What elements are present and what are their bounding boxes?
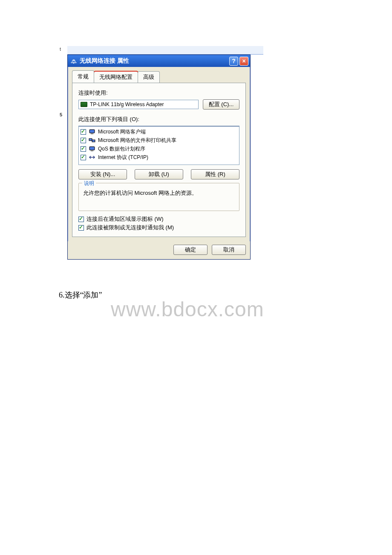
svg-rect-10: [91, 150, 93, 151]
close-button[interactable]: ×: [239, 57, 248, 66]
checkbox-icon[interactable]: [78, 225, 84, 231]
adapter-field[interactable]: TP-LINK 11b/g Wireless Adapter: [78, 100, 199, 109]
checkbox-icon[interactable]: [81, 155, 86, 160]
svg-point-0: [73, 63, 74, 64]
description-text: 允许您的计算机访问 Microsoft 网络上的资源。: [83, 189, 235, 206]
show-icon-row[interactable]: 连接后在通知区域显示图标 (W): [78, 215, 239, 223]
tab-wireless-config[interactable]: 无线网络配置: [94, 71, 138, 83]
uninstall-button[interactable]: 卸载 (U): [135, 169, 183, 179]
list-item[interactable]: Microsoft 网络客户端: [81, 127, 237, 136]
checkbox-icon[interactable]: [81, 146, 86, 152]
protocol-icon: [89, 154, 95, 161]
tab-strip: 常规 无线网络配置 高级: [68, 67, 250, 83]
show-icon-label: 连接后在通知区域显示图标 (W): [86, 215, 164, 223]
cropped-left-text: t 5: [60, 46, 68, 268]
svg-rect-3: [91, 133, 93, 134]
nic-icon: [81, 102, 87, 107]
help-button[interactable]: ?: [229, 57, 238, 66]
tab-advanced[interactable]: 高级: [138, 71, 160, 83]
adapter-name: TP-LINK 11b/g Wireless Adapter: [90, 101, 164, 107]
titlebar[interactable]: 无线网络连接 属性 ? ×: [68, 55, 250, 67]
list-item[interactable]: Internet 协议 (TCP/IP): [81, 153, 237, 162]
tab-general[interactable]: 常规: [72, 70, 94, 83]
window-title: 无线网络连接 属性: [80, 57, 228, 65]
checkbox-icon[interactable]: [78, 217, 84, 222]
svg-rect-6: [89, 139, 92, 140]
list-item-label: QoS 数据包计划程序: [98, 145, 145, 153]
configure-button[interactable]: 配置 (C)...: [203, 99, 239, 110]
description-group: 说明 允许您的计算机访问 Microsoft 网络上的资源。: [78, 183, 239, 211]
list-item-label: Internet 协议 (TCP/IP): [98, 154, 148, 161]
client-icon: [89, 128, 95, 135]
watermark-text: www.bdocx.com: [111, 298, 264, 321]
connection-icon: [70, 58, 77, 64]
description-title: 说明: [82, 180, 96, 187]
svg-rect-7: [92, 140, 95, 142]
dialog-button-row: 确定 取消: [68, 241, 250, 259]
notify-limited-label: 此连接被限制或无连接时通知我 (M): [86, 224, 174, 231]
checkbox-icon[interactable]: [81, 129, 86, 135]
cancel-button[interactable]: 取消: [212, 245, 246, 255]
step-caption: 6.选择“添加”: [59, 290, 102, 300]
background-strip: [67, 46, 263, 55]
connect-using-label: 连接时使用:: [78, 89, 239, 97]
install-button[interactable]: 安装 (N)...: [78, 169, 127, 179]
notify-limited-row[interactable]: 此连接被限制或无连接时通知我 (M): [78, 224, 239, 231]
properties-button[interactable]: 属性 (R): [191, 169, 239, 179]
list-item[interactable]: QoS 数据包计划程序: [81, 145, 237, 153]
list-item-label: Microsoft 网络客户端: [98, 128, 146, 136]
items-label: 此连接使用下列项目 (O):: [78, 116, 239, 123]
svg-rect-9: [90, 147, 94, 150]
list-item-label: Microsoft 网络的文件和打印机共享: [98, 137, 176, 144]
properties-dialog: 无线网络连接 属性 ? × 常规 无线网络配置 高级 连接时使用: TP-LIN…: [67, 55, 251, 260]
checkbox-icon[interactable]: [81, 138, 86, 143]
qos-icon: [89, 145, 95, 152]
list-item[interactable]: Microsoft 网络的文件和打印机共享: [81, 136, 237, 145]
tab-panel-general: 连接时使用: TP-LINK 11b/g Wireless Adapter 配置…: [72, 83, 246, 237]
components-listbox[interactable]: Microsoft 网络客户端 Microsoft 网络的文件和打印机共享: [78, 126, 239, 165]
svg-rect-2: [90, 130, 94, 133]
share-icon: [89, 137, 95, 144]
ok-button[interactable]: 确定: [173, 245, 208, 255]
